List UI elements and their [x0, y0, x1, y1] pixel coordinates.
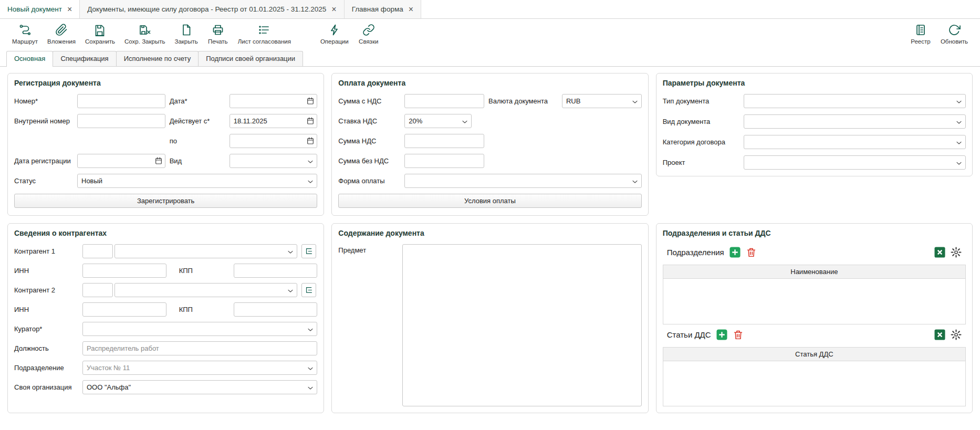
counterparty1-select[interactable] [114, 244, 297, 258]
counterparty1-tree-button[interactable] [301, 244, 316, 258]
operations-icon [328, 24, 341, 36]
number-input[interactable] [77, 94, 165, 108]
refresh-button[interactable]: Обновить [936, 22, 973, 47]
save-close-button[interactable]: Сохр. Закрыть [120, 22, 170, 47]
kind-select[interactable] [230, 154, 318, 168]
window-tab-label: Новый документ [7, 5, 62, 13]
close-icon[interactable]: × [67, 5, 72, 14]
departments-section-title: Подразделения [667, 248, 724, 257]
position-input[interactable] [82, 341, 317, 355]
export-excel-icon [934, 247, 945, 258]
kpp1-input[interactable] [234, 264, 318, 278]
window-tab-new-document[interactable]: Новый документ × [0, 0, 80, 18]
sum-without-vat-input[interactable] [404, 154, 484, 168]
approval-sheet-button[interactable]: Лист согласования [233, 22, 296, 47]
form-tab-own-org-signatures[interactable]: Подписи своей организации [198, 51, 303, 66]
counterparty2-select[interactable] [114, 283, 297, 297]
close-icon[interactable]: × [409, 5, 413, 14]
internal-number-input[interactable] [77, 114, 165, 128]
register-button[interactable]: Зарегистрировать [14, 194, 317, 208]
calendar-icon[interactable] [306, 117, 315, 125]
save-button[interactable]: Сохранить [80, 22, 120, 47]
valid-to-input[interactable] [230, 134, 318, 148]
valid-from-input[interactable] [230, 114, 318, 128]
valid-from-label: Действует с* [170, 117, 225, 125]
doc-kind-select[interactable] [744, 114, 966, 129]
form-tab-main[interactable]: Основная [6, 51, 53, 67]
links-button[interactable]: Связки [353, 22, 384, 47]
counterparty2-tree-button[interactable] [301, 283, 316, 297]
route-button[interactable]: Маршрут [7, 22, 43, 47]
dds-articles-settings-button[interactable] [951, 329, 962, 340]
valid-from-field[interactable] [230, 114, 318, 128]
window-tab-main-form[interactable]: Главная форма × [345, 0, 421, 18]
departments-table-body[interactable] [663, 279, 965, 324]
vat-sum-input[interactable] [404, 134, 484, 148]
registration-date-input[interactable] [77, 154, 165, 168]
payment-form-select[interactable] [404, 174, 641, 188]
departments-add-button[interactable] [729, 247, 741, 258]
calendar-icon[interactable] [306, 137, 315, 145]
status-select[interactable]: Новый [77, 174, 317, 188]
close-document-button[interactable]: Закрыть [170, 22, 202, 47]
chevron-down-icon [306, 158, 315, 166]
kpp2-label: КПП [171, 306, 230, 313]
departments-delete-button[interactable] [746, 247, 757, 258]
dds-articles-table-body[interactable] [663, 361, 965, 406]
contract-category-select[interactable] [744, 135, 966, 149]
form-tab-specification[interactable]: Спецификация [53, 51, 116, 66]
currency-select[interactable]: RUB [562, 94, 642, 108]
departments-column-header[interactable]: Наименование [663, 265, 965, 279]
own-organization-label: Своя организация [14, 383, 78, 391]
number-label: Номер* [14, 97, 73, 105]
registry-button[interactable]: Реестр [905, 22, 936, 47]
counterparty2-code-input[interactable] [82, 283, 113, 297]
operations-button[interactable]: Операции [316, 22, 353, 47]
dds-articles-column-header[interactable]: Статья ДДС [663, 348, 965, 361]
window-tab-bar: Новый документ × Документы, имеющие силу… [0, 0, 980, 19]
payment-terms-button[interactable]: Условия оплаты [338, 194, 641, 208]
chevron-down-icon [286, 287, 295, 295]
close-icon[interactable]: × [331, 5, 336, 14]
panel-departments-dds: Подразделения и статьи ДДС Подразделения [656, 223, 973, 413]
date-input[interactable] [230, 94, 318, 108]
valid-to-field[interactable] [230, 134, 318, 148]
add-icon [716, 329, 727, 340]
dds-articles-export-excel-button[interactable] [934, 329, 945, 340]
print-icon [212, 24, 224, 36]
departments-settings-button[interactable] [951, 247, 962, 258]
curator-label: Куратор* [14, 325, 78, 333]
own-organization-select-value: ООО "Альфа" [87, 383, 131, 391]
project-select[interactable] [744, 155, 966, 170]
date-field[interactable] [230, 94, 318, 108]
counterparty1-code-input[interactable] [82, 244, 113, 258]
window-tab-registry[interactable]: Документы, имеющие силу договора - Реест… [80, 0, 344, 18]
sum-with-vat-input[interactable] [404, 94, 484, 108]
vat-rate-select-value: 20% [409, 117, 422, 125]
print-button[interactable]: Печать [203, 22, 233, 47]
department-label: Подразделение [14, 364, 78, 372]
panel-document-content-title: Содержание документа [338, 229, 641, 237]
gear-icon [951, 247, 962, 258]
department-select[interactable]: Участок № 11 [82, 361, 317, 375]
attachments-button[interactable]: Вложения [43, 22, 80, 47]
form-tab-invoice-execution[interactable]: Исполнение по счету [116, 51, 199, 66]
panel-counterparties-title: Сведения о контрагентах [14, 229, 317, 237]
doc-type-select[interactable] [744, 94, 966, 108]
calendar-icon[interactable] [154, 156, 163, 165]
own-organization-select[interactable]: ООО "Альфа" [82, 380, 317, 394]
registration-date-field[interactable] [77, 154, 165, 168]
departments-export-excel-button[interactable] [934, 247, 945, 258]
chevron-down-icon [631, 98, 639, 106]
inn1-input[interactable] [82, 264, 166, 278]
vat-rate-select[interactable]: 20% [404, 114, 472, 128]
dds-articles-add-button[interactable] [716, 329, 727, 340]
calendar-icon[interactable] [306, 97, 315, 105]
curator-select[interactable] [82, 322, 317, 336]
dds-articles-delete-button[interactable] [733, 329, 744, 340]
close-document-button-label: Закрыть [174, 38, 197, 45]
inn2-input[interactable] [82, 302, 166, 317]
counterparty2-field [82, 283, 297, 297]
subject-textarea[interactable] [402, 244, 641, 406]
kpp2-input[interactable] [234, 302, 318, 317]
